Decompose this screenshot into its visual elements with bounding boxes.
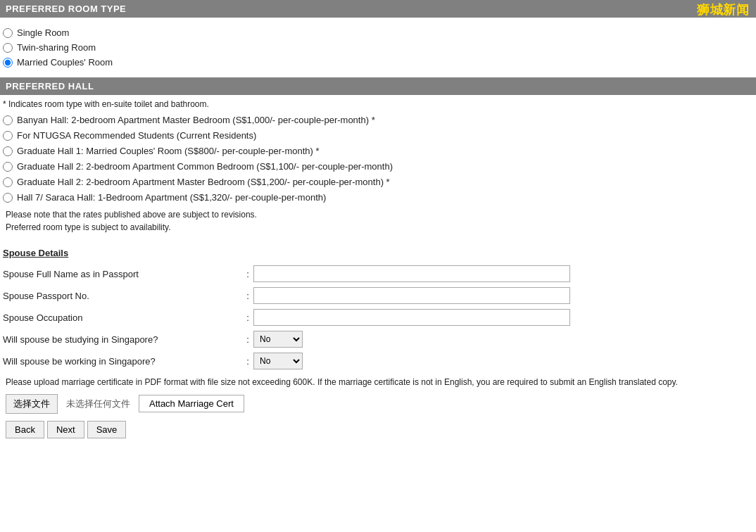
room-type-radio-group: Single Room Twin-sharing Room Married Co… <box>0 18 756 77</box>
spouse-working-row: Will spouse be working in Singapore? : N… <box>3 353 753 369</box>
avail-note: Preferred room type is subject to availa… <box>6 222 750 232</box>
room-type-twin[interactable]: Twin-sharing Room <box>3 42 753 53</box>
radio-banyan[interactable] <box>3 115 13 125</box>
no-file-text: 未选择任何文件 <box>66 398 130 410</box>
radio-grad2-master[interactable] <box>3 177 13 187</box>
hall-hall7-label: Hall 7/ Saraca Hall: 1-Bedroom Apartment… <box>17 192 326 203</box>
hall-grad1[interactable]: Graduate Hall 1: Married Couples' Room (… <box>3 146 753 156</box>
radio-married-label: Married Couples' Room <box>17 57 113 68</box>
hall-header-text: PREFERRED HALL <box>6 81 94 91</box>
spouse-occupation-label: Spouse Occupation <box>3 312 242 323</box>
spouse-passport-row: Spouse Passport No. : <box>3 287 753 304</box>
next-button[interactable]: Next <box>47 421 84 438</box>
spouse-details-section: Spouse Details Spouse Full Name as in Pa… <box>0 243 756 450</box>
radio-single-label: Single Room <box>17 27 69 38</box>
spouse-title: Spouse Details <box>3 248 753 258</box>
back-button[interactable]: Back <box>6 421 44 438</box>
hall-banyan[interactable]: Banyan Hall: 2-bedroom Apartment Master … <box>3 115 753 125</box>
spouse-name-label: Spouse Full Name as in Passport <box>3 269 242 279</box>
radio-single[interactable] <box>3 28 13 38</box>
room-type-married[interactable]: Married Couples' Room <box>3 57 753 68</box>
radio-ntugsa[interactable] <box>3 131 13 141</box>
spouse-studying-row: Will spouse be studying in Singapore? : … <box>3 331 753 348</box>
hall-grad2-master-label: Graduate Hall 2: 2-bedroom Apartment Mas… <box>17 177 390 187</box>
hall-grad2-master[interactable]: Graduate Hall 2: 2-bedroom Apartment Mas… <box>3 177 753 187</box>
choose-file-button[interactable]: 选择文件 <box>6 394 58 414</box>
watermark: 狮城新闻 <box>697 1 749 18</box>
radio-grad1[interactable] <box>3 146 13 156</box>
upload-row: 选择文件 未选择任何文件 Attach Marriage Cert <box>6 394 750 414</box>
spouse-passport-label: Spouse Passport No. <box>3 291 242 301</box>
radio-twin[interactable] <box>3 43 13 53</box>
hall-banyan-label: Banyan Hall: 2-bedroom Apartment Master … <box>17 115 375 125</box>
room-type-header: PREFERRED ROOM TYPE 狮城新闻 <box>0 0 756 18</box>
spouse-working-label: Will spouse be working in Singapore? <box>3 356 242 367</box>
hall-ntugsa-label: For NTUGSA Recommended Students (Current… <box>17 130 256 141</box>
bottom-buttons: Back Next Save <box>6 421 750 438</box>
spouse-occupation-input[interactable] <box>253 309 570 326</box>
hall-grad2-common[interactable]: Graduate Hall 2: 2-bedroom Apartment Com… <box>3 161 753 172</box>
spouse-occupation-row: Spouse Occupation : <box>3 309 753 326</box>
preferred-room-type-section: PREFERRED ROOM TYPE 狮城新闻 Single Room Twi… <box>0 0 756 77</box>
preferred-hall-section: PREFERRED HALL * Indicates room type wit… <box>0 77 756 243</box>
spouse-studying-select[interactable]: No Yes <box>253 331 303 348</box>
upload-note: Please upload marriage certificate in PD… <box>6 376 750 388</box>
radio-grad2-common[interactable] <box>3 162 13 172</box>
hall-note: * Indicates room type with en-suite toil… <box>3 99 753 109</box>
hall-header: PREFERRED HALL <box>0 77 756 95</box>
save-button[interactable]: Save <box>87 421 127 438</box>
room-type-header-text: PREFERRED ROOM TYPE <box>6 4 126 14</box>
hall-hall7[interactable]: Hall 7/ Saraca Hall: 1-Bedroom Apartment… <box>3 192 753 203</box>
spouse-passport-input[interactable] <box>253 287 570 304</box>
radio-twin-label: Twin-sharing Room <box>17 42 96 53</box>
spouse-working-select[interactable]: No Yes <box>253 353 303 369</box>
attach-marriage-cert-button[interactable]: Attach Marriage Cert <box>139 395 244 412</box>
radio-married[interactable] <box>3 58 13 68</box>
spouse-studying-label: Will spouse be studying in Singapore? <box>3 334 242 345</box>
hall-content: * Indicates room type with en-suite toil… <box>0 95 756 243</box>
rates-note: Please note that the rates published abo… <box>6 210 750 220</box>
spouse-name-input[interactable] <box>253 265 570 282</box>
room-type-single[interactable]: Single Room <box>3 27 753 38</box>
hall-grad1-label: Graduate Hall 1: Married Couples' Room (… <box>17 146 320 156</box>
spouse-name-row: Spouse Full Name as in Passport : <box>3 265 753 282</box>
hall-ntugsa[interactable]: For NTUGSA Recommended Students (Current… <box>3 130 753 141</box>
radio-hall7[interactable] <box>3 193 13 203</box>
hall-grad2-common-label: Graduate Hall 2: 2-bedroom Apartment Com… <box>17 161 393 172</box>
